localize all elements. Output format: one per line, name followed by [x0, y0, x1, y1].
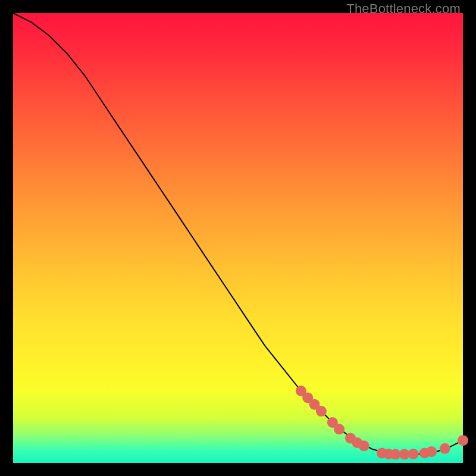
curve-marker: [440, 443, 450, 454]
curve-marker: [458, 435, 468, 446]
curve-line: [13, 13, 463, 454]
curve-markers: [296, 386, 468, 460]
curve-marker: [359, 440, 369, 451]
chart-frame: TheBottleneck.com: [0, 0, 476, 476]
curve-marker: [334, 424, 345, 434]
plot-area: [13, 13, 463, 463]
curve-marker: [316, 406, 327, 416]
curve-marker: [426, 446, 437, 457]
chart-svg: [13, 13, 463, 463]
curve-marker: [408, 449, 419, 459]
